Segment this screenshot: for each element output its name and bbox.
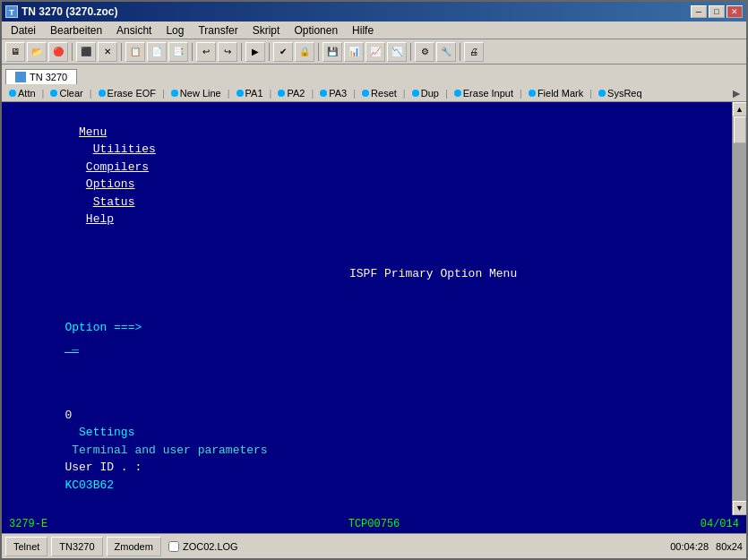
status-left: 3279-E xyxy=(9,518,47,530)
menu-log[interactable]: Log xyxy=(159,22,191,39)
toolbar-sep-7 xyxy=(410,43,411,61)
btn-new-line[interactable]: New Line xyxy=(168,88,225,99)
menu-skript[interactable]: Skript xyxy=(245,22,288,39)
btn-pa1[interactable]: PA1 xyxy=(233,88,267,99)
row0-desc: Terminal and user parameters xyxy=(64,444,316,457)
menu-hilfe[interactable]: Hilfe xyxy=(345,22,381,39)
toolbar-btn-15[interactable]: 📊 xyxy=(344,42,364,62)
taskbar-tn3270-label: TN3270 xyxy=(59,541,94,552)
menu-ansicht[interactable]: Ansicht xyxy=(109,22,159,39)
toolbar-btn-14[interactable]: 💾 xyxy=(322,42,342,62)
menu-utilities[interactable]: Utilities xyxy=(93,142,156,156)
toolbar-btn-7[interactable]: 📄 xyxy=(147,42,167,62)
menu-optionen[interactable]: Optionen xyxy=(287,22,345,39)
menu-help[interactable]: Help xyxy=(86,212,114,226)
status-far-right: 04/014 xyxy=(701,518,739,530)
terminal[interactable]: Menu Utilities Compilers Options Status … xyxy=(2,102,732,515)
toolbar-btn-19[interactable]: 🔧 xyxy=(436,42,456,62)
toolbar-btn-4[interactable]: ⬛ xyxy=(76,42,96,62)
taskbar: Telnet TN3270 Zmodem ZOC02.LOG 00:04:28 … xyxy=(2,533,746,558)
option-cursor[interactable]: _ xyxy=(64,339,79,353)
erase-input-indicator xyxy=(454,90,461,97)
reset-label: Reset xyxy=(371,88,397,99)
btn-dup[interactable]: Dup xyxy=(408,88,443,99)
toolbar-btn-3[interactable]: 🔴 xyxy=(48,42,68,62)
menu-options[interactable]: Options xyxy=(86,177,135,191)
pa3-label: PA3 xyxy=(329,88,347,99)
taskbar-tn3270[interactable]: TN3270 xyxy=(51,537,102,556)
btn-pa2[interactable]: PA2 xyxy=(274,88,308,99)
taskbar-right: 00:04:28 80x24 xyxy=(670,541,743,552)
field-mark-label: Field Mark xyxy=(537,88,583,99)
toolbar-btn-18[interactable]: ⚙ xyxy=(415,42,434,62)
toolbar: 🖥 📂 🔴 ⬛ ✕ 📋 📄 📑 ↩ ↪ ▶ ✔ 🔒 💾 📊 📈 📉 ⚙ 🔧 🖨 xyxy=(2,39,746,65)
btn-erase-input[interactable]: Erase Input xyxy=(451,88,517,99)
log-label: ZOC02.LOG xyxy=(183,541,238,552)
pa2-indicator xyxy=(278,90,285,97)
toolbar-btn-6[interactable]: 📋 xyxy=(125,42,145,62)
tab-bar: TN 3270 xyxy=(2,65,746,84)
toolbar-btn-10[interactable]: ↪ xyxy=(218,42,237,62)
btn-sysreq[interactable]: SysReq xyxy=(595,88,646,99)
terminal-container: Menu Utilities Compilers Options Status … xyxy=(2,102,746,515)
toolbar-btn-11[interactable]: ▶ xyxy=(245,42,265,62)
reset-indicator xyxy=(362,90,369,97)
menu-row-0: 0 Settings Terminal and user parameters … xyxy=(9,389,725,512)
toolbar-btn-9[interactable]: ↩ xyxy=(196,42,216,62)
clear-indicator xyxy=(50,90,57,97)
row0-num: 0 xyxy=(64,409,72,422)
taskbar-zmodem[interactable]: Zmodem xyxy=(107,537,161,556)
menu-bearbeiten[interactable]: Bearbeiten xyxy=(43,22,109,39)
toolbar-btn-8[interactable]: 📑 xyxy=(168,42,188,62)
btn-attn[interactable]: Attn xyxy=(5,88,39,99)
menu-datei[interactable]: Datei xyxy=(4,22,43,39)
toolbar-btn-13[interactable]: 🔒 xyxy=(295,42,314,62)
toolbar-btn-5[interactable]: ✕ xyxy=(98,42,117,62)
menu-row-1: 1 View Display source data or listings T… xyxy=(9,512,725,516)
minimize-button[interactable]: ─ xyxy=(691,5,707,18)
btn-reset[interactable]: Reset xyxy=(358,88,400,99)
btn-field-mark[interactable]: Field Mark xyxy=(525,88,587,99)
scroll-down-button[interactable]: ▼ xyxy=(733,501,747,515)
window-title: TN 3270 (3270.zoc) xyxy=(21,5,117,18)
toolbar-btn-2[interactable]: 📂 xyxy=(27,42,47,62)
dup-label: Dup xyxy=(421,88,439,99)
taskbar-time: 00:04:28 xyxy=(670,541,709,552)
row0-right-val: KC03B62 xyxy=(64,478,114,492)
scroll-track[interactable] xyxy=(733,116,746,501)
toolbar-btn-17[interactable]: 📉 xyxy=(387,42,407,62)
scroll-up-button[interactable]: ▲ xyxy=(733,102,747,116)
menu-status[interactable]: Status xyxy=(93,195,135,209)
button-row: Attn | Clear | Erase EOF | New Line | PA… xyxy=(2,84,746,102)
menu-menu[interactable]: Menu xyxy=(79,125,107,139)
toolbar-btn-1[interactable]: 🖥 xyxy=(5,42,25,62)
taskbar-telnet-label: Telnet xyxy=(13,541,39,552)
tab-label: TN 3270 xyxy=(30,72,67,82)
terminal-menu-line: Menu Utilities Compilers Options Status … xyxy=(9,106,725,246)
row0-cmd[interactable]: Settings xyxy=(64,426,162,439)
toolbar-sep-3 xyxy=(192,43,193,61)
toolbar-btn-16[interactable]: 📈 xyxy=(365,42,385,62)
toolbar-sep-8 xyxy=(460,43,460,61)
row0-right-label: User ID . : xyxy=(64,461,149,474)
scroll-thumb[interactable] xyxy=(734,116,746,143)
toolbar-btn-12[interactable]: ✔ xyxy=(273,42,293,62)
btn-erase-eof[interactable]: Erase EOF xyxy=(95,88,159,99)
option-label: Option ===> xyxy=(64,321,142,334)
menu-compilers[interactable]: Compilers xyxy=(86,160,149,174)
btn-clear[interactable]: Clear xyxy=(47,88,86,99)
close-button[interactable]: ✕ xyxy=(727,5,743,18)
maximize-button[interactable]: □ xyxy=(709,5,725,18)
toolbar-sep-1 xyxy=(72,43,73,61)
pa1-indicator xyxy=(236,90,244,97)
menu-transfer[interactable]: Transfer xyxy=(191,22,245,39)
new-line-label: New Line xyxy=(180,88,221,99)
taskbar-log-item: ZOC02.LOG xyxy=(168,541,238,552)
toolbar-btn-20[interactable]: 🖨 xyxy=(464,42,484,62)
taskbar-telnet[interactable]: Telnet xyxy=(5,537,47,556)
btn-pa3[interactable]: PA3 xyxy=(316,88,350,99)
toolbar-sep-2 xyxy=(121,43,122,61)
blank-line-1 xyxy=(9,372,725,390)
tab-tn3270[interactable]: TN 3270 xyxy=(5,69,77,84)
log-checkbox[interactable] xyxy=(168,541,179,552)
